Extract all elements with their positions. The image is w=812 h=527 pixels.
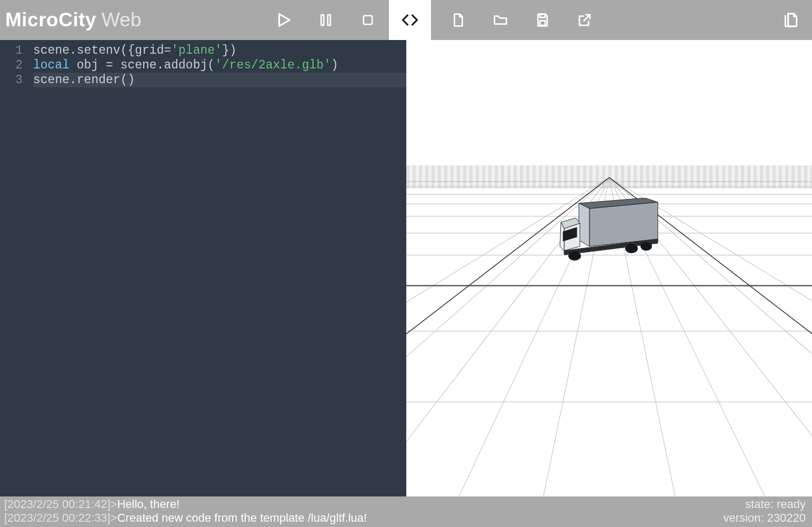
code-line[interactable]: scene.render() <box>33 73 406 87</box>
open-button[interactable] <box>479 0 522 40</box>
line-number: 2 <box>0 58 23 73</box>
pause-button[interactable] <box>305 0 347 40</box>
svg-marker-29 <box>589 202 658 246</box>
play-icon <box>275 11 293 29</box>
scene-viewport[interactable] <box>406 40 813 496</box>
brand: MicroCity Web <box>0 9 142 31</box>
svg-marker-0 <box>279 14 289 26</box>
console: [2023/2/25 00:21:42]> Hello, there! stat… <box>0 496 812 527</box>
brand-sub: Web <box>102 9 141 31</box>
svg-rect-3 <box>363 16 372 24</box>
code-editor[interactable]: 1 2 3 scene.setenv({grid='plane'}) local… <box>0 40 406 496</box>
new-file-button[interactable] <box>437 0 479 40</box>
line-number: 1 <box>0 43 23 58</box>
save-button[interactable] <box>522 0 564 40</box>
console-timestamp: [2023/2/25 00:21:42]> <box>4 498 117 511</box>
console-row: [2023/2/25 00:22:33]> Created new code f… <box>4 511 806 525</box>
docs-icon <box>783 11 799 29</box>
file-icon <box>450 11 466 29</box>
svg-marker-31 <box>579 203 589 246</box>
truck-model-icon <box>553 198 668 272</box>
console-timestamp: [2023/2/25 00:22:33]> <box>4 511 117 525</box>
console-message: Hello, there! <box>117 498 180 511</box>
svg-rect-1 <box>321 15 324 25</box>
status-label: state: <box>745 498 777 511</box>
docs-button[interactable] <box>770 0 812 40</box>
svg-point-37 <box>568 251 581 261</box>
brand-main: MicroCity <box>5 9 96 31</box>
folder-icon <box>492 12 509 28</box>
toolbar: MicroCity Web <box>0 0 812 40</box>
console-row: [2023/2/25 00:21:42]> Hello, there! stat… <box>4 498 806 511</box>
svg-rect-2 <box>327 15 330 25</box>
console-message: Created new code from the template /lua/… <box>117 511 367 525</box>
stop-icon <box>360 13 375 27</box>
share-button[interactable] <box>564 0 606 40</box>
file-controls <box>437 0 606 40</box>
code-line[interactable]: local obj = scene.addobj('/res/2axle.glb… <box>33 58 406 73</box>
code-icon <box>400 11 419 29</box>
svg-point-38 <box>625 244 638 253</box>
status-value: ready <box>777 498 806 511</box>
svg-rect-5 <box>540 21 545 25</box>
version-value: 230220 <box>767 511 806 524</box>
save-icon <box>535 12 550 28</box>
run-controls <box>263 0 431 40</box>
main-split: 1 2 3 scene.setenv({grid='plane'}) local… <box>0 40 812 496</box>
version-label: version: <box>723 511 767 524</box>
code-line[interactable]: scene.setenv({grid='plane'}) <box>33 43 406 58</box>
code-area[interactable]: scene.setenv({grid='plane'}) local obj =… <box>29 40 406 496</box>
stop-button[interactable] <box>347 0 389 40</box>
code-view-button[interactable] <box>389 0 431 40</box>
line-gutter: 1 2 3 <box>0 40 29 496</box>
pause-icon <box>318 12 334 28</box>
svg-rect-4 <box>540 14 545 17</box>
line-number: 3 <box>0 73 23 87</box>
svg-point-39 <box>640 242 652 251</box>
share-icon <box>577 12 593 28</box>
play-button[interactable] <box>263 0 305 40</box>
